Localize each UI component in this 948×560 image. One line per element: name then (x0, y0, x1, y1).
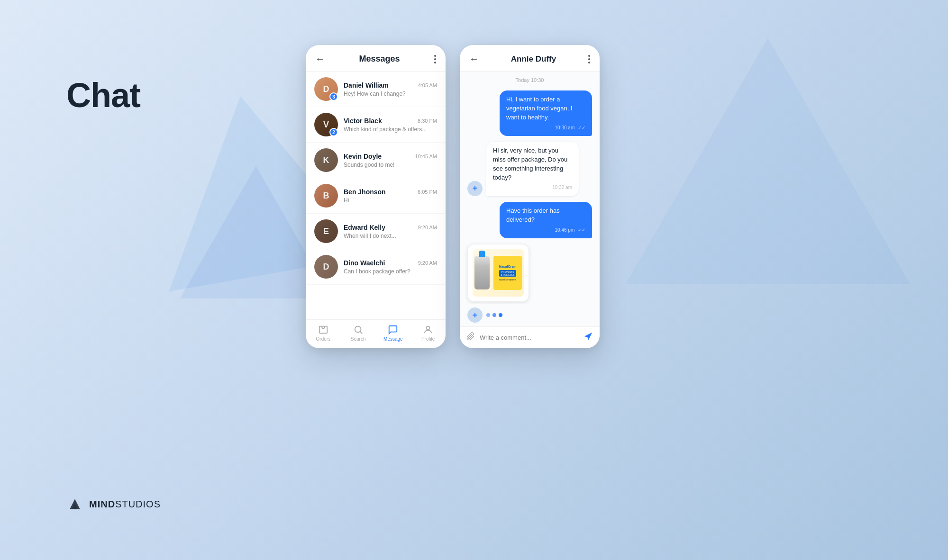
phone1-more-button[interactable] (434, 55, 436, 63)
message-preview-daniel: Hey! How can I change? (344, 90, 437, 97)
chat-message-received-1: + Hi sir, very nice, but you miss offer … (467, 142, 592, 196)
attach-button[interactable] (466, 332, 475, 343)
nav-orders-label: Orders (316, 336, 331, 342)
bubble-text-received-1: Hi sir, very nice, but you miss offer pa… (493, 147, 567, 181)
message-info-edward: Edward Kelly 9:20 AM When will I do next… (344, 224, 437, 239)
bubble-time-sent-2: 10:46 pm ✓✓ (506, 227, 585, 234)
message-name-edward: Edward Kelly (344, 224, 385, 231)
phone2-more-button[interactable] (588, 55, 590, 63)
phones-container: ← Messages D 3 Daniel William 4:05 AM (306, 45, 600, 348)
avatar-edward: E (314, 219, 338, 243)
bubble-received-1: Hi sir, very nice, but you miss offer pa… (486, 142, 579, 196)
avatar-wrap-victor: V 2 (314, 113, 338, 136)
typing-dot-3 (499, 313, 502, 317)
mindstudios-icon (66, 496, 83, 513)
chat-message-sent-2: Have this order has delivered? 10:46 pm … (467, 202, 592, 238)
message-name-row-dino: Dino Waelchi 9:20 AM (344, 259, 437, 267)
nasalcrem-bottle (474, 256, 490, 289)
message-name-row-ben: Ben Jhonson 6:05 PM (344, 188, 437, 196)
typing-avatar: + (467, 307, 483, 323)
nav-profile-label: Profile (421, 336, 435, 342)
profile-icon (423, 325, 433, 335)
bg-triangle-3 (626, 38, 910, 284)
bubble-text-sent-2: Have this order has delivered? (506, 207, 560, 223)
bottom-nav: Orders Search Message Pro (306, 319, 446, 348)
svg-point-3 (426, 326, 429, 330)
avatar-wrap-daniel: D 3 (314, 77, 338, 101)
bubble-text-sent-1: Hi, I want to order a vegetarian food ve… (506, 96, 573, 121)
typing-plus-icon: + (473, 310, 478, 320)
typing-dot-2 (492, 313, 496, 317)
send-button[interactable] (583, 332, 593, 343)
avatar-wrap-kevin: K (314, 148, 338, 172)
svg-line-2 (360, 332, 362, 334)
message-item-victor[interactable]: V 2 Victor Black 8:30 PM Which kind of p… (306, 107, 446, 143)
avatar-wrap-ben: B (314, 184, 338, 208)
phone1-header: ← Messages (306, 45, 446, 72)
page-title: Chat (66, 76, 140, 115)
nasalcrem-product: NasalCrem PREVENTS& RELIEVES nasal sympt… (473, 254, 524, 292)
avatar-ben: B (314, 184, 338, 208)
message-name-row-daniel: Daniel William 4:05 AM (344, 81, 437, 89)
message-preview-ben: Hi (344, 197, 437, 204)
bubble-time-sent-1: 10:30 am ✓✓ (506, 125, 585, 132)
chat-message-sent-1: Hi, I want to order a vegetarian food ve… (467, 90, 592, 136)
message-item-dino[interactable]: D Dino Waelchi 9:20 AM Can I book packag… (306, 249, 446, 285)
message-icon (388, 325, 398, 335)
avatar-wrap-edward: E (314, 219, 338, 243)
bubble-sent-2: Have this order has delivered? 10:46 pm … (500, 202, 592, 238)
message-name-row-kevin: Kevin Doyle 10:45 AM (344, 153, 437, 160)
bubble-sent-1: Hi, I want to order a vegetarian food ve… (500, 90, 592, 136)
phone-messages: ← Messages D 3 Daniel William 4:05 AM (306, 45, 446, 348)
nav-message[interactable]: Message (376, 325, 411, 342)
typing-dots (486, 313, 502, 317)
message-item-edward[interactable]: E Edward Kelly 9:20 AM When will I do ne… (306, 214, 446, 249)
checkmarks-1: ✓✓ (578, 125, 585, 130)
message-name-daniel: Daniel William (344, 81, 389, 89)
product-image-area: NasalCrem PREVENTS& RELIEVES nasal sympt… (473, 249, 524, 297)
chat-message-product: NasalCrem PREVENTS& RELIEVES nasal sympt… (467, 244, 592, 302)
chat-input-field[interactable] (480, 334, 579, 341)
logo-text: MINDSTUDIOS (89, 499, 161, 510)
message-time-dino: 9:20 AM (418, 260, 437, 266)
nasalcrem-tagline: PREVENTS& RELIEVES (499, 270, 516, 277)
orders-icon (318, 325, 328, 335)
message-info-daniel: Daniel William 4:05 AM Hey! How can I ch… (344, 81, 437, 97)
chat-body: Today 10:30 Hi, I want to order a vegeta… (460, 72, 600, 304)
nasalcrem-label: NasalCrem (499, 265, 517, 269)
nav-profile[interactable]: Profile (410, 325, 446, 342)
message-preview-victor: Which kind of package & offers... (344, 126, 437, 133)
message-item-ben[interactable]: B Ben Jhonson 6:05 PM Hi (306, 178, 446, 214)
message-preview-dino: Can I book package offer? (344, 268, 437, 275)
message-name-kevin: Kevin Doyle (344, 153, 382, 160)
phone2-header: ← Annie Duffy (460, 45, 600, 72)
message-info-victor: Victor Black 8:30 PM Which kind of packa… (344, 117, 437, 133)
svg-point-1 (355, 326, 361, 333)
avatar-dino: D (314, 255, 338, 279)
typing-dot-1 (486, 313, 490, 317)
search-icon (353, 325, 364, 335)
nasalcrem-sub: nasal symptoms (499, 278, 516, 281)
badge-victor: 2 (329, 128, 338, 136)
message-preview-edward: When will I do next... (344, 233, 437, 239)
phone1-back-button[interactable]: ← (315, 54, 325, 64)
svg-rect-0 (319, 326, 328, 334)
chat-date-label: Today 10:30 (467, 77, 592, 83)
badge-daniel: 3 (329, 92, 338, 101)
avatar-annie-small: + (467, 181, 483, 196)
message-info-dino: Dino Waelchi 9:20 AM Can I book package … (344, 259, 437, 275)
message-item-daniel[interactable]: D 3 Daniel William 4:05 AM Hey! How can … (306, 72, 446, 107)
nav-search[interactable]: Search (341, 325, 376, 342)
avatar-kevin: K (314, 148, 338, 172)
nasalcrem-box: NasalCrem PREVENTS& RELIEVES nasal sympt… (493, 256, 522, 290)
message-name-row-edward: Edward Kelly 9:20 AM (344, 224, 437, 231)
nav-orders[interactable]: Orders (306, 325, 341, 342)
phone2-back-button[interactable]: ← (469, 54, 479, 64)
typing-indicator: + (460, 304, 600, 326)
messages-list: D 3 Daniel William 4:05 AM Hey! How can … (306, 72, 446, 319)
message-item-kevin[interactable]: K Kevin Doyle 10:45 AM Sounds good to me… (306, 143, 446, 178)
phone1-title: Messages (359, 54, 400, 64)
nav-search-label: Search (351, 336, 366, 342)
message-time-kevin: 10:45 AM (415, 154, 437, 159)
phone-chat-detail: ← Annie Duffy Today 10:30 Hi, I want to … (460, 45, 600, 348)
